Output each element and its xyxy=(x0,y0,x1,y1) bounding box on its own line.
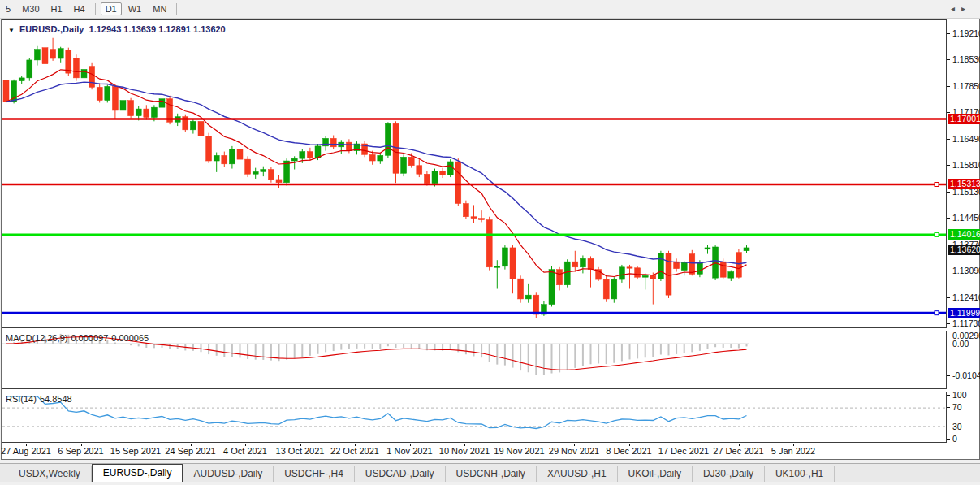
price-tag-1.17001: 1.17001 xyxy=(948,114,980,124)
rsi-axis-label: 100 xyxy=(952,390,967,400)
time-axis-label: 1 Nov 2021 xyxy=(386,446,432,456)
rsi-name: RSI(14) xyxy=(6,394,37,404)
tab-uk100-h1[interactable]: UK100-,H1 xyxy=(765,466,835,482)
price-axis-label: 1.11730 xyxy=(952,318,980,328)
price-axis-label: 1.14450 xyxy=(952,213,980,223)
time-axis-label: 22 Oct 2021 xyxy=(330,446,379,456)
time-axis-label: 8 Dec 2021 xyxy=(606,446,651,456)
price-axis-label: 1.19210 xyxy=(952,28,980,38)
price-axis[interactable]: 1.192101.185301.178501.171701.164901.158… xyxy=(947,19,978,444)
macd-signal-value: 0.000065 xyxy=(111,333,149,343)
price-axis-tick xyxy=(947,86,950,87)
price-tag-1.15313: 1.15313 xyxy=(948,179,980,189)
tab-usdcad-daily[interactable]: USDCAD-,Daily xyxy=(355,466,446,482)
tab-scroll-left-icon[interactable]: ◂ xyxy=(951,4,961,13)
time-axis-label: 10 Nov 2021 xyxy=(439,446,490,456)
chart-dropdown-icon[interactable]: ▼ xyxy=(8,27,15,34)
time-axis[interactable]: 27 Aug 20216 Sep 202115 Sep 202124 Sep 2… xyxy=(2,444,978,457)
price-axis-tick xyxy=(947,297,950,298)
chart-ohlc-values: 1.12943 1.13639 1.12891 1.13620 xyxy=(89,24,226,34)
macd-axis-label: -0.010422 xyxy=(952,370,980,380)
hline-handle-1.15313[interactable] xyxy=(935,182,939,186)
timeframe-button-w1[interactable]: W1 xyxy=(123,2,147,15)
timeframe-button-mn[interactable]: MN xyxy=(148,2,171,15)
rsi-axis-label: 0 xyxy=(952,434,957,444)
rsi-axis-tick xyxy=(947,395,950,396)
macd-axis-label: 0.00 xyxy=(952,339,969,349)
rsi-axis-tick xyxy=(947,439,950,440)
tab-scroll-arrows: ◂▸ xyxy=(951,4,972,13)
rsi-pane: RSI(14)54.8548 xyxy=(2,392,947,443)
price-pane: ▼EURUSD-,Daily 1.12943 1.13639 1.12891 1… xyxy=(2,19,947,328)
price-chart-canvas[interactable] xyxy=(2,20,946,327)
hline-handle-1.11999[interactable] xyxy=(935,311,939,315)
rsi-axis-label: 70 xyxy=(952,402,962,412)
time-axis-label: 19 Nov 2021 xyxy=(494,446,544,456)
status-strip xyxy=(0,482,980,485)
timeframe-button-h4[interactable]: H4 xyxy=(69,2,90,15)
price-axis-tick xyxy=(947,323,950,324)
time-axis-label: 15 Sep 2021 xyxy=(110,446,161,456)
tab-ukoil-daily[interactable]: UKOil-,Daily xyxy=(618,466,693,482)
chart-window: ▼EURUSD-,Daily 1.12943 1.13639 1.12891 1… xyxy=(1,19,980,460)
price-axis-label: 1.18530 xyxy=(952,54,980,64)
price-axis-tick xyxy=(947,33,950,34)
macd-value: 0.000097 xyxy=(71,333,108,343)
chart-title: ▼EURUSD-,Daily 1.12943 1.13639 1.12891 1… xyxy=(8,24,226,34)
macd-axis-tick xyxy=(947,375,950,376)
price-axis-label: 1.16490 xyxy=(952,134,980,144)
tab-eurusd-daily[interactable]: EURUSD-,Daily xyxy=(92,464,183,482)
tab-usdx-weekly[interactable]: USDX,Weekly xyxy=(8,466,92,482)
tab-audusd-daily[interactable]: AUDUSD-,Daily xyxy=(183,466,274,482)
time-axis-label: 6 Sep 2021 xyxy=(58,446,103,456)
tab-scroll-right-icon[interactable]: ▸ xyxy=(961,4,972,13)
macd-name: MACD(12,26,9) xyxy=(6,333,67,343)
time-axis-label: 27 Aug 2021 xyxy=(1,446,51,456)
price-axis-tick xyxy=(947,271,950,271)
chart-tabs-bar: USDX,WeeklyEURUSD-,DailyAUDUSD-,DailyUSD… xyxy=(0,463,980,482)
timeframe-toolbar: 5M30H1H4D1W1MN xyxy=(0,0,980,19)
price-axis-label: 1.17850 xyxy=(952,81,980,91)
time-axis-label: 29 Nov 2021 xyxy=(549,446,599,456)
price-tag-1.13620: 1.13620 xyxy=(948,245,980,255)
toolbar-separator xyxy=(176,3,177,15)
time-axis-label: 27 Dec 2021 xyxy=(713,446,763,456)
tab-dj30-daily[interactable]: DJ30-,Daily xyxy=(693,466,765,482)
time-axis-label: 24 Sep 2021 xyxy=(165,446,215,456)
price-axis-tick xyxy=(947,59,950,60)
time-axis-label: 5 Jan 2022 xyxy=(771,446,815,456)
price-axis-label: 1.13090 xyxy=(952,266,980,275)
rsi-canvas[interactable] xyxy=(2,392,946,442)
macd-label: MACD(12,26,9)0.0000970.000065 xyxy=(6,333,152,343)
price-axis-label: 1.12410 xyxy=(952,292,980,302)
timeframe-button-m30[interactable]: M30 xyxy=(17,2,44,15)
tab-xauusd-h1[interactable]: XAUUSD-,H1 xyxy=(537,466,618,482)
mt4-window: 5M30H1H4D1W1MN ▼EURUSD-,Daily 1.12943 1.… xyxy=(0,0,980,485)
price-tag-1.14016: 1.14016 xyxy=(948,229,980,240)
chart-symbol-label: EURUSD-,Daily xyxy=(19,24,84,34)
macd-axis-tick xyxy=(947,344,950,344)
time-axis-label: 4 Oct 2021 xyxy=(223,446,267,456)
macd-axis-tick xyxy=(947,336,950,336)
price-axis-tick xyxy=(947,218,950,219)
rsi-value: 54.8548 xyxy=(40,394,72,404)
macd-pane: MACD(12,26,9)0.0000970.000065 xyxy=(2,331,947,389)
rsi-axis-tick xyxy=(947,427,950,427)
tab-usdchf-h4[interactable]: USDCHF-,H4 xyxy=(274,466,355,482)
price-axis-label: 1.15810 xyxy=(952,160,980,170)
price-axis-tick xyxy=(947,165,950,166)
price-axis-tick xyxy=(947,192,950,193)
rsi-label: RSI(14)54.8548 xyxy=(6,394,76,404)
timeframe-button-5[interactable]: 5 xyxy=(1,2,15,15)
tab-usdcnh-daily[interactable]: USDCNH-,Daily xyxy=(446,466,537,482)
candles-layer xyxy=(3,38,749,318)
price-axis-tick xyxy=(947,139,950,140)
toolbar-separator xyxy=(95,3,96,15)
timeframe-button-h1[interactable]: H1 xyxy=(46,2,67,15)
hline-handle-1.14016[interactable] xyxy=(935,232,939,236)
timeframe-button-d1[interactable]: D1 xyxy=(101,2,122,15)
time-axis-label: 17 Dec 2021 xyxy=(658,446,709,456)
time-axis-label: 13 Oct 2021 xyxy=(276,446,325,456)
rsi-axis-tick xyxy=(947,407,950,408)
price-tag-1.11999: 1.11999 xyxy=(948,308,980,318)
